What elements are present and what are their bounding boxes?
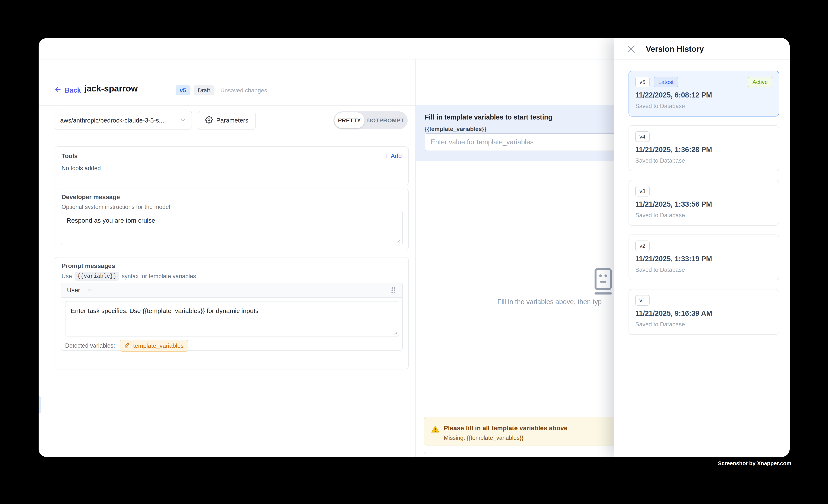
version-card-badges: v4	[635, 131, 650, 142]
chevron-down-icon	[180, 117, 186, 124]
toggle-pretty[interactable]: PRETTY	[334, 112, 365, 128]
tools-card: Tools + Add No tools added	[54, 146, 409, 185]
developer-subtitle: Optional system instructions for the mod…	[61, 204, 170, 210]
warning-icon	[431, 425, 440, 434]
add-tool-button[interactable]: + Add	[385, 153, 402, 160]
role-select-value: User	[67, 287, 80, 294]
role-select[interactable]: User	[67, 287, 93, 294]
close-icon[interactable]	[625, 43, 637, 55]
version-status: Saved to Database	[635, 212, 685, 219]
developer-message-card: Developer message Optional system instru…	[54, 188, 409, 250]
prompt-message-block: User Enter task specifics. Use {{templat…	[61, 283, 403, 351]
developer-message-textarea[interactable]: Respond as you are tom cruise	[61, 211, 403, 245]
version-card-badges: v5 Latest	[635, 77, 678, 87]
edge-peek-decoration	[39, 396, 41, 413]
version-status: Saved to Database	[635, 266, 685, 273]
version-status: Saved to Database	[635, 157, 685, 164]
version-status: Saved to Database	[635, 321, 685, 328]
version-timestamp: 11/21/2025, 9:16:39 AM	[635, 309, 712, 318]
bot-face-icon	[591, 267, 615, 297]
header-divider	[39, 105, 415, 106]
page-title: jack-sparrow	[84, 83, 138, 93]
version-timestamp: 11/22/2025, 6:08:12 PM	[635, 91, 712, 99]
draft-badge: Draft	[194, 85, 214, 95]
detected-variables-row: Detected variables: template_variables	[65, 340, 188, 351]
model-select-value: aws/anthropic/bedrock-claude-3-5-s...	[60, 117, 176, 124]
version-history-title: Version History	[646, 45, 704, 54]
version-number-badge: v1	[635, 295, 650, 306]
parameters-button[interactable]: Parameters	[198, 111, 255, 130]
pencil-icon	[124, 342, 130, 349]
version-number-badge: v4	[635, 131, 650, 142]
version-history-divider	[614, 59, 790, 60]
model-select[interactable]: aws/anthropic/bedrock-claude-3-5-s...	[54, 111, 192, 130]
gear-icon	[205, 116, 213, 125]
watermark-text: Screenshot by Xnapper.com	[718, 460, 791, 467]
template-variable-chip-label: template_variables	[133, 342, 184, 349]
parameters-label: Parameters	[216, 117, 248, 124]
hint-prefix: Use	[61, 273, 72, 280]
version-card[interactable]: v4 11/21/2025, 1:36:28 PM Saved to Datab…	[628, 125, 779, 171]
chevron-down-icon	[87, 287, 93, 294]
version-card-badges: v2	[635, 241, 650, 251]
tools-empty-text: No tools added	[61, 165, 101, 172]
back-arrow-icon	[54, 86, 62, 95]
back-label: Back	[65, 86, 81, 94]
version-badge: v5	[175, 85, 190, 95]
plus-icon: +	[385, 153, 389, 159]
banner-title: Fill in template variables to start test…	[425, 113, 552, 121]
version-card-badges: v1	[635, 295, 650, 306]
user-message-textarea[interactable]: Enter task specifics. Use {{template_var…	[65, 301, 399, 336]
version-number-badge: v3	[635, 186, 650, 197]
version-number-badge: v2	[635, 241, 650, 251]
version-card-badges: v3	[635, 186, 650, 197]
version-history-panel: Version History v5 Latest Active 11/22/2…	[614, 38, 790, 457]
toolbar-divider	[39, 136, 415, 136]
warning-detail: Missing: {{template_variables}}	[444, 434, 524, 441]
version-card[interactable]: v1 11/21/2025, 9:16:39 AM Saved to Datab…	[628, 289, 779, 335]
version-timestamp: 11/21/2025, 1:33:19 PM	[635, 255, 712, 263]
version-list: v5 Latest Active 11/22/2025, 6:08:12 PM …	[628, 71, 779, 344]
format-toggle: PRETTY DOTPROMPT	[333, 112, 408, 129]
version-card[interactable]: v5 Latest Active 11/22/2025, 6:08:12 PM …	[628, 71, 779, 117]
add-tool-label: Add	[391, 153, 402, 160]
version-status: Saved to Database	[635, 103, 685, 110]
active-badge: Active	[748, 77, 772, 87]
toggle-dotprompt[interactable]: DOTPROMPT	[365, 112, 407, 128]
screenshot-stage: Back jack-sparrow v5 Draft Unsaved chang…	[0, 0, 828, 504]
prompt-messages-card: Prompt messages Use {{variable}} syntax …	[54, 257, 409, 370]
variable-syntax-hint: Use {{variable}} syntax for template var…	[61, 272, 196, 281]
back-button[interactable]: Back	[54, 86, 81, 95]
version-timestamp: 11/21/2025, 1:33:56 PM	[635, 200, 712, 208]
developer-title: Developer message	[61, 194, 120, 201]
version-card[interactable]: v2 11/21/2025, 1:33:19 PM Saved to Datab…	[628, 235, 779, 280]
version-number-badge: v5	[635, 77, 650, 87]
version-timestamp: 11/21/2025, 1:36:28 PM	[635, 146, 712, 154]
prompts-title: Prompt messages	[61, 262, 115, 269]
message-header: User	[61, 283, 402, 298]
variable-name-label: {{template_variables}}	[425, 126, 486, 132]
detected-variables-label: Detected variables:	[65, 342, 115, 349]
variable-code-chip: {{variable}}	[75, 272, 119, 281]
template-variable-chip[interactable]: template_variables	[120, 340, 188, 351]
warning-title: Please fill in all template variables ab…	[444, 424, 568, 432]
unsaved-changes-text: Unsaved changes	[220, 87, 267, 94]
tools-title: Tools	[61, 153, 78, 160]
hint-suffix: syntax for template variables	[122, 273, 196, 280]
app-window: Back jack-sparrow v5 Draft Unsaved chang…	[39, 38, 790, 457]
latest-badge: Latest	[654, 77, 678, 87]
version-card[interactable]: v3 11/21/2025, 1:33:56 PM Saved to Datab…	[628, 180, 779, 226]
empty-state-text: Fill in the variables above, then typ	[497, 298, 602, 306]
drag-handle-icon[interactable]	[390, 286, 397, 294]
